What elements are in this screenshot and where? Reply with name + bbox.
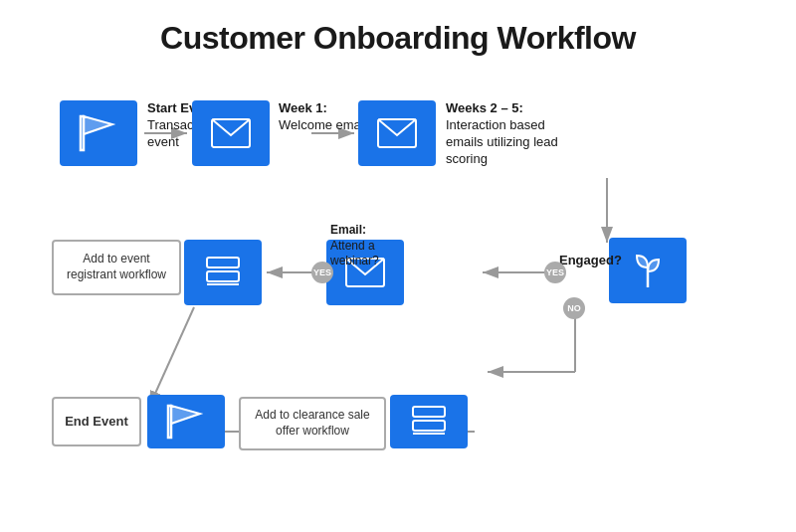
svg-marker-12 bbox=[84, 116, 112, 134]
page: Customer Onboarding Workflow bbox=[0, 0, 796, 532]
week1-icon-box bbox=[192, 100, 270, 166]
email-icon-weeks25 bbox=[376, 117, 418, 149]
yes-badge-engaged: YES bbox=[544, 262, 566, 283]
svg-rect-18 bbox=[207, 271, 239, 281]
email-webinar-label: Email: Attend a webinar? bbox=[330, 223, 420, 269]
engaged-label: Engaged? bbox=[559, 253, 609, 269]
svg-rect-23 bbox=[413, 421, 445, 431]
list-icon-clearance bbox=[409, 404, 449, 440]
flag-end-icon bbox=[164, 404, 208, 440]
add-event-label-box: Add to event registrant workflow bbox=[52, 240, 181, 295]
start-event-icon-box bbox=[60, 100, 137, 166]
list-icon-event bbox=[203, 255, 243, 290]
add-clearance-icon-box bbox=[390, 395, 468, 448]
flag-icon bbox=[77, 114, 120, 152]
engaged-icon-box bbox=[609, 238, 687, 303]
weeks25-icon-box bbox=[358, 100, 436, 166]
weeks25-label: Weeks 2 – 5: Interaction based emails ut… bbox=[446, 100, 585, 168]
email-icon-week1 bbox=[210, 117, 252, 149]
end-event-icon-box bbox=[147, 395, 225, 448]
yes-badge-webinar: YES bbox=[311, 262, 333, 283]
svg-rect-17 bbox=[207, 258, 239, 267]
add-clearance-label-box: Add to clearance sale offer workflow bbox=[239, 397, 386, 450]
end-event-label-box: End Event bbox=[52, 397, 141, 446]
workflow-area: Start Event: Transaction-type event Week… bbox=[30, 79, 766, 496]
page-title: Customer Onboarding Workflow bbox=[30, 20, 766, 57]
svg-marker-21 bbox=[171, 406, 200, 424]
svg-rect-22 bbox=[413, 407, 445, 417]
svg-line-8 bbox=[149, 307, 194, 407]
engaged-icon bbox=[627, 252, 669, 289]
no-badge-engaged: NO bbox=[563, 297, 585, 319]
add-event-icon-box bbox=[184, 240, 262, 305]
